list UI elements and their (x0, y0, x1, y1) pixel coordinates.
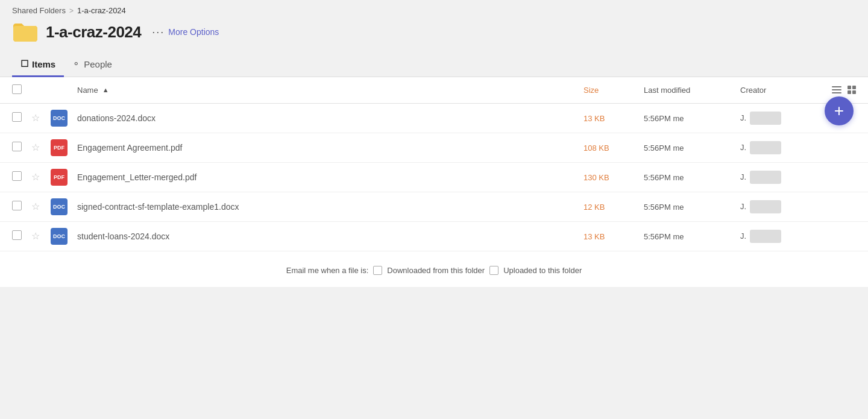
header-creator[interactable]: Creator (735, 77, 820, 104)
row-size-cell: 130 KB (579, 162, 639, 192)
row-actions-cell (820, 162, 868, 192)
tab-people[interactable]: ⚬ People (64, 52, 121, 77)
row-creator-cell: J. (735, 133, 820, 162)
breadcrumb-parent[interactable]: Shared Folders (12, 6, 66, 15)
row-name-cell: Engagement Agreement.pdf (72, 133, 579, 162)
row-creator-cell: J. (735, 103, 820, 133)
row-size-cell: 13 KB (579, 221, 639, 251)
email-footer-label: Email me when a file is: (286, 266, 369, 275)
header-size[interactable]: Size (579, 77, 639, 104)
file-name-3[interactable]: Engagement_Letter-merged.pdf (77, 172, 197, 182)
upload-notify-label: Uploaded to this folder (503, 266, 582, 275)
add-icon: + (834, 102, 844, 119)
row-star-cell: ☆ (27, 192, 46, 221)
sort-indicator: ▲ (102, 86, 109, 93)
row-checkbox-5[interactable] (12, 230, 22, 240)
items-tab-icon: ☐ (20, 58, 28, 69)
download-notify-checkbox[interactable] (373, 266, 382, 275)
file-modified-1: 5:56PM me (644, 114, 684, 123)
add-button[interactable]: + (825, 96, 854, 125)
header-star (27, 77, 46, 104)
row-checkbox-1[interactable] (12, 112, 22, 122)
breadcrumb-current: 1-a-craz-2024 (77, 6, 126, 15)
file-name-1[interactable]: donations-2024.docx (77, 113, 156, 123)
file-name-2[interactable]: Engagement Agreement.pdf (77, 143, 182, 153)
file-size-1: 13 KB (583, 114, 605, 123)
creator-avatar-4 (750, 200, 781, 213)
grid-view-icon[interactable] (848, 86, 856, 94)
folder-header: 1-a-craz-2024 ··· More Options (12, 21, 856, 43)
tab-items[interactable]: ☐ Items (12, 52, 64, 77)
row-checkbox-cell (0, 221, 27, 251)
file-size-3: 130 KB (583, 173, 609, 182)
row-checkbox-4[interactable] (12, 201, 22, 210)
creator-prefix-5: J. (740, 232, 746, 241)
file-modified-4: 5:56PM me (644, 203, 684, 212)
row-star-cell: ☆ (27, 162, 46, 192)
row-actions-cell (820, 192, 868, 221)
tab-items-label: Items (32, 59, 55, 69)
row-creator-cell: J. (735, 221, 820, 251)
row-name-cell: student-loans-2024.docx (72, 221, 579, 251)
tab-people-label: People (84, 59, 112, 69)
header-modified[interactable]: Last modified (639, 77, 735, 104)
size-header-label: Size (583, 86, 599, 95)
row-checkbox-cell (0, 192, 27, 221)
file-name-5[interactable]: student-loans-2024.docx (77, 232, 169, 241)
row-checkbox-3[interactable] (12, 171, 22, 181)
breadcrumb-separator: > (69, 7, 74, 15)
file-table: Name ▲ Size Last modified Creator (0, 77, 868, 251)
row-modified-cell: 5:56PM me (639, 162, 735, 192)
breadcrumb: Shared Folders > 1-a-craz-2024 (12, 6, 856, 15)
more-options-label: More Options (168, 27, 219, 37)
file-type-badge-4: DOC (51, 198, 68, 215)
row-star-cell: ☆ (27, 221, 46, 251)
row-checkbox-cell (0, 162, 27, 192)
table-row: ☆ PDF Engagement Agreement.pdf 108 KB 5:… (0, 133, 868, 162)
row-size-cell: 12 KB (579, 192, 639, 221)
row-name-cell: signed-contract-sf-template-example1.doc… (72, 192, 579, 221)
name-header-label: Name (77, 86, 98, 95)
more-options-dots: ··· (152, 26, 165, 39)
file-name-4[interactable]: signed-contract-sf-template-example1.doc… (77, 202, 239, 212)
table-header-row: Name ▲ Size Last modified Creator (0, 77, 868, 104)
row-modified-cell: 5:56PM me (639, 221, 735, 251)
row-actions-cell (820, 221, 868, 251)
list-view-icon[interactable] (832, 86, 841, 93)
star-icon-5[interactable]: ☆ (31, 231, 40, 241)
row-type-cell: PDF (46, 162, 72, 192)
row-modified-cell: 5:56PM me (639, 192, 735, 221)
creator-header-label: Creator (740, 86, 766, 95)
row-type-cell: DOC (46, 192, 72, 221)
select-all-checkbox[interactable] (12, 84, 22, 94)
row-type-cell: DOC (46, 221, 72, 251)
creator-avatar-5 (750, 230, 781, 243)
file-type-badge-3: PDF (51, 169, 68, 186)
header-select-all[interactable] (0, 77, 27, 104)
star-icon-4[interactable]: ☆ (31, 201, 40, 212)
star-icon-1[interactable]: ☆ (31, 113, 40, 123)
row-checkbox-2[interactable] (12, 142, 22, 151)
header-name[interactable]: Name ▲ (72, 77, 579, 104)
download-notify-label: Downloaded from this folder (387, 266, 485, 275)
file-type-badge-1: DOC (51, 110, 68, 127)
modified-header-label: Last modified (644, 86, 690, 95)
creator-prefix-3: J. (740, 172, 746, 181)
file-modified-5: 5:56PM me (644, 232, 684, 241)
creator-prefix-2: J. (740, 143, 746, 152)
creator-prefix-1: J. (740, 113, 746, 122)
people-tab-icon: ⚬ (72, 58, 80, 69)
row-modified-cell: 5:56PM me (639, 103, 735, 133)
star-icon-2[interactable]: ☆ (31, 142, 40, 153)
star-icon-3[interactable]: ☆ (31, 172, 40, 182)
file-type-badge-2: PDF (51, 139, 68, 156)
upload-notify-checkbox[interactable] (489, 266, 498, 275)
row-name-cell: donations-2024.docx (72, 103, 579, 133)
more-options-button[interactable]: ··· More Options (148, 24, 222, 41)
file-type-badge-5: DOC (51, 228, 68, 245)
row-size-cell: 13 KB (579, 103, 639, 133)
row-creator-cell: J. (735, 162, 820, 192)
main-content: + Name ▲ Size Last modi (0, 77, 868, 287)
row-name-cell: Engagement_Letter-merged.pdf (72, 162, 579, 192)
row-type-cell: DOC (46, 103, 72, 133)
